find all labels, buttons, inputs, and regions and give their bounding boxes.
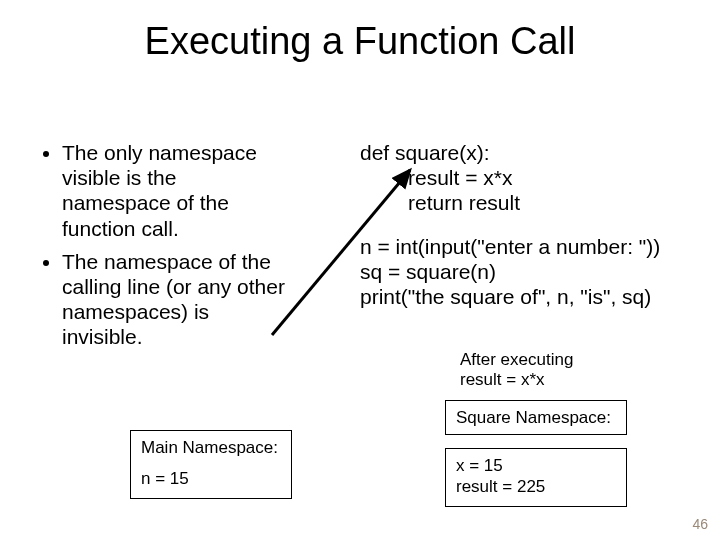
annotation-after-exec: After executing result = x*x — [460, 350, 573, 391]
code-line: def square(x): — [360, 140, 700, 165]
code-line: return result — [360, 190, 700, 215]
box-value: n = 15 — [141, 468, 281, 489]
square-namespace-title-box: Square Namespace: — [445, 400, 627, 435]
annotation-line: result = x*x — [460, 370, 573, 390]
page-number: 46 — [692, 516, 708, 532]
main-namespace-box: Main Namespace: n = 15 — [130, 430, 292, 499]
code-line: sq = square(n) — [360, 259, 700, 284]
code-line: print("the square of", n, "is", sq) — [360, 284, 700, 309]
slide-title: Executing a Function Call — [0, 20, 720, 63]
code-line: n = int(input("enter a number: ")) — [360, 234, 700, 259]
annotation-line: After executing — [460, 350, 573, 370]
box-title: Main Namespace: — [141, 437, 281, 458]
box-title: Square Namespace: — [456, 407, 616, 428]
code-line: result = x*x — [360, 165, 700, 190]
bullet-item: The only namespace visible is the namesp… — [62, 140, 290, 241]
code-block: def square(x): result = x*x return resul… — [360, 140, 700, 309]
box-value: result = 225 — [456, 476, 616, 497]
box-value: x = 15 — [456, 455, 616, 476]
square-namespace-values-box: x = 15 result = 225 — [445, 448, 627, 507]
bullet-item: The namespace of the calling line (or an… — [62, 249, 290, 350]
bullet-list: The only namespace visible is the namesp… — [40, 140, 290, 358]
